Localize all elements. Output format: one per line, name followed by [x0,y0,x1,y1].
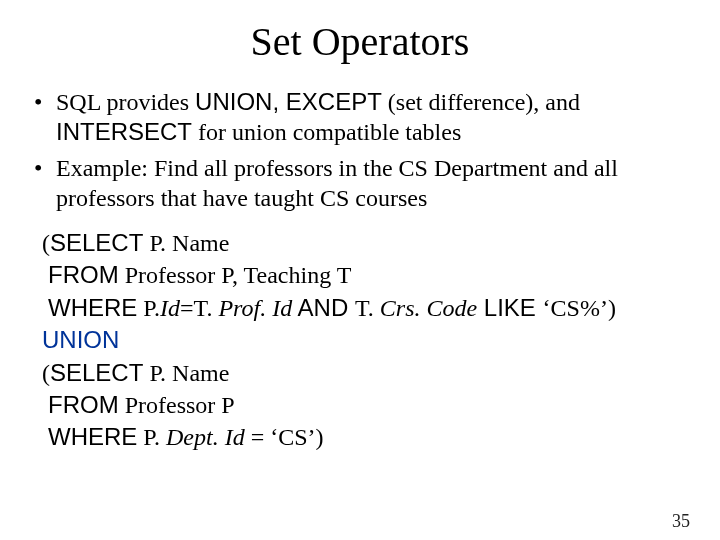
sql-l3-lit: ‘CS%’) [543,295,616,321]
sql-l2-rest: Professor P, Teaching T [119,262,352,288]
union-kw: UNION [42,326,119,353]
select-kw-1: SELECT [50,229,143,256]
sql-l5-rest: P. Name [143,360,229,386]
sql-line-2: FROM Professor P, Teaching T [42,259,690,291]
from-kw-2: FROM [48,391,119,418]
sql-l3-b: T. [355,295,380,321]
like-kw: LIKE [477,294,542,321]
where-kw-2: WHERE [48,423,137,450]
sql-block: (SELECT P. Name FROM Professor P, Teachi… [42,227,690,454]
sql-l1-rest: P. Name [143,230,229,256]
and-kw: AND [292,294,355,321]
sql-l7-rest: = ‘CS’) [245,424,324,450]
open-paren-2: ( [42,360,50,386]
from-kw-1: FROM [48,261,119,288]
page-number: 35 [672,511,690,532]
bullet-2: Example: Find all professors in the CS D… [30,153,690,213]
sql-l7-a: P. [137,424,166,450]
bullet-1-mid1: (set difference), and [382,89,580,115]
sql-l3-a: P. [137,295,160,321]
where-kw-1: WHERE [48,294,137,321]
sql-line-7: WHERE P. Dept. Id = ‘CS’) [42,421,690,453]
bullet-1-kw2: INTERSECT [56,118,192,145]
sql-l3-crs: Crs. Code [380,295,477,321]
sql-line-3: WHERE P.Id=T. Prof. Id AND T. Crs. Code … [42,292,690,324]
open-paren: ( [42,230,50,256]
bullet-1-post: for union compatible tables [192,119,461,145]
bullet-1-kw1: UNION, EXCEPT [195,88,382,115]
sql-l7-deptid: Dept. Id [166,424,245,450]
slide: Set Operators SQL provides UNION, EXCEPT… [0,18,720,540]
bullet-1: SQL provides UNION, EXCEPT (set differen… [30,87,690,147]
slide-title: Set Operators [0,18,720,65]
sql-l3-id: Id [160,295,180,321]
sql-l6-rest: Professor P [119,392,235,418]
bullet-1-pre: SQL provides [56,89,195,115]
sql-l3-profid: Prof. Id [218,295,292,321]
sql-line-5: (SELECT P. Name [42,357,690,389]
sql-line-4: UNION [42,324,690,356]
sql-line-1: (SELECT P. Name [42,227,690,259]
select-kw-2: SELECT [50,359,143,386]
bullet-list: SQL provides UNION, EXCEPT (set differen… [30,87,690,213]
sql-line-6: FROM Professor P [42,389,690,421]
sql-l3-eq: =T. [180,295,218,321]
